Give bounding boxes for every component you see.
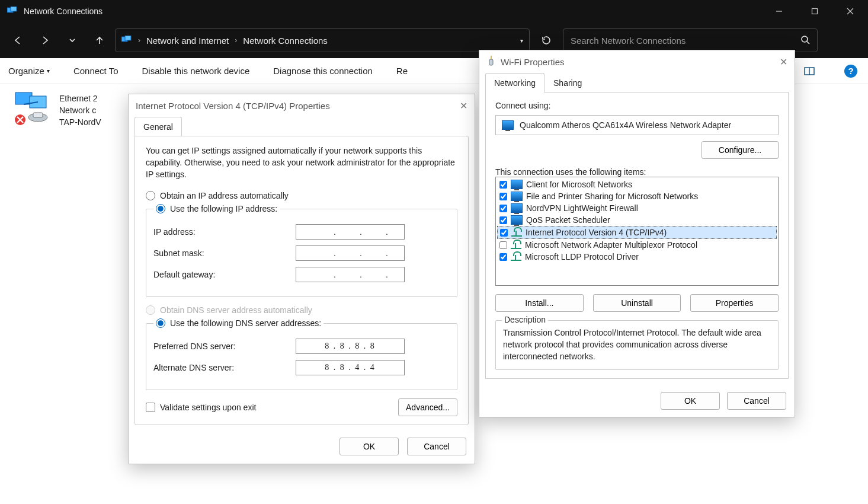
forward-button[interactable] bbox=[33, 28, 57, 52]
search-input[interactable]: Search Network Connections bbox=[563, 28, 818, 52]
app-icon bbox=[7, 7, 18, 17]
connection-item[interactable]: File and Printer Sharing for Microsoft N… bbox=[497, 190, 777, 202]
advanced-button[interactable]: Advanced... bbox=[398, 398, 457, 416]
wifi-properties-dialog: Wi-Fi Properties ✕ Networking Sharing Co… bbox=[479, 50, 795, 417]
radio-obtain-ip[interactable]: Obtain an IP address automatically bbox=[146, 191, 457, 200]
connection-item[interactable]: Internet Protocol Version 4 (TCP/IPv4) bbox=[497, 226, 777, 239]
protocol-icon bbox=[511, 241, 521, 249]
dialog-title: Wi-Fi Properties bbox=[501, 57, 565, 67]
item-checkbox[interactable] bbox=[499, 216, 507, 224]
checkbox-validate-exit[interactable]: Validate settings upon exit bbox=[146, 403, 256, 412]
minimize-button[interactable] bbox=[761, 0, 797, 23]
tab-general[interactable]: General bbox=[134, 117, 182, 136]
refresh-button[interactable] bbox=[533, 28, 559, 52]
label-pref-dns: Preferred DNS server: bbox=[153, 342, 284, 351]
connection-item[interactable]: QoS Packet Scheduler bbox=[497, 214, 777, 226]
uninstall-button[interactable]: Uninstall bbox=[593, 294, 681, 312]
connection-item[interactable]: Microsoft Network Adapter Multiplexor Pr… bbox=[497, 239, 777, 251]
cancel-button[interactable]: Cancel bbox=[407, 438, 466, 455]
item-checkbox[interactable] bbox=[499, 205, 507, 212]
svg-line-9 bbox=[807, 42, 809, 44]
close-icon[interactable]: ✕ bbox=[780, 56, 787, 68]
adapter-device: TAP-NordV bbox=[59, 116, 101, 128]
maximize-button[interactable] bbox=[797, 0, 832, 23]
tab-sharing[interactable]: Sharing bbox=[544, 73, 591, 92]
item-checkbox[interactable] bbox=[499, 181, 507, 189]
connection-item[interactable]: Microsoft LLDP Protocol Driver bbox=[497, 251, 777, 263]
radio-obtain-dns: Obtain DNS server address automatically bbox=[146, 305, 457, 315]
configure-button[interactable]: Configure... bbox=[702, 141, 779, 159]
adapter-name: Ethernet 2 bbox=[59, 92, 101, 104]
dialog-title: Internet Protocol Version 4 (TCP/IPv4) P… bbox=[136, 101, 330, 111]
cancel-button[interactable]: Cancel bbox=[727, 392, 786, 410]
svg-rect-20 bbox=[489, 59, 493, 65]
protocol-icon bbox=[511, 253, 521, 261]
adapter-name-box: Qualcomm Atheros QCA61x4A Wireless Netwo… bbox=[495, 115, 779, 135]
connection-items-list[interactable]: Client for Microsoft NetworksFile and Pr… bbox=[495, 177, 779, 286]
item-checkbox[interactable] bbox=[499, 253, 507, 261]
up-button[interactable] bbox=[88, 28, 111, 52]
search-placeholder: Search Network Connections bbox=[571, 36, 686, 46]
back-button[interactable] bbox=[6, 28, 30, 52]
rename-button-partial[interactable]: Re bbox=[396, 66, 408, 76]
label-items: This connection uses the following items… bbox=[495, 167, 779, 177]
svg-rect-3 bbox=[812, 9, 818, 14]
input-preferred-dns[interactable]: 8 . 8 . 8 . 8 bbox=[296, 339, 405, 354]
help-button[interactable]: ? bbox=[842, 62, 860, 80]
ok-button[interactable]: OK bbox=[661, 392, 720, 410]
input-ip-address[interactable]: ... bbox=[296, 224, 405, 240]
input-alternate-dns[interactable]: 8 . 8 . 4 . 4 bbox=[296, 360, 405, 375]
item-checkbox[interactable] bbox=[499, 241, 507, 249]
adapter-status: Network c bbox=[59, 104, 101, 116]
item-label: QoS Packet Scheduler bbox=[526, 215, 610, 225]
item-checkbox[interactable] bbox=[500, 229, 508, 237]
dialog-titlebar[interactable]: Internet Protocol Version 4 (TCP/IPv4) P… bbox=[129, 94, 475, 117]
wifi-icon bbox=[486, 56, 496, 68]
description-box: Description Transmission Control Protoco… bbox=[495, 320, 779, 370]
item-label: Microsoft Network Adapter Multiplexor Pr… bbox=[525, 240, 697, 250]
connect-to-button[interactable]: Connect To bbox=[73, 66, 118, 76]
radio-use-dns[interactable]: Use the following DNS server addresses: bbox=[153, 318, 324, 328]
connection-item[interactable]: Client for Microsoft Networks bbox=[497, 178, 777, 190]
description-text: You can get IP settings assigned automat… bbox=[146, 145, 457, 180]
adapter-label: Qualcomm Atheros QCA61x4A Wireless Netwo… bbox=[520, 120, 731, 130]
svg-rect-16 bbox=[33, 113, 43, 117]
item-checkbox[interactable] bbox=[499, 193, 507, 200]
diagnose-button[interactable]: Diagnose this connection bbox=[273, 66, 373, 76]
item-label: File and Printer Sharing for Microsoft N… bbox=[526, 192, 698, 201]
item-label: Internet Protocol Version 4 (TCP/IPv4) bbox=[526, 228, 667, 237]
connection-item[interactable]: NordVPN LightWeight Firewall bbox=[497, 202, 777, 214]
radio-use-ip[interactable]: Use the following IP address: bbox=[153, 204, 280, 213]
install-button[interactable]: Install... bbox=[495, 294, 584, 312]
close-button[interactable] bbox=[832, 0, 868, 23]
chevron-right-icon: › bbox=[235, 36, 237, 44]
chevron-down-icon[interactable]: ▾ bbox=[520, 37, 523, 44]
label-alt-dns: Alternate DNS server: bbox=[153, 363, 284, 372]
close-icon[interactable]: ✕ bbox=[460, 100, 467, 111]
svg-rect-7 bbox=[125, 36, 131, 40]
breadcrumb-segment[interactable]: Network Connections bbox=[243, 36, 328, 46]
window-titlebar: Network Connections bbox=[0, 0, 868, 23]
adapter-icon bbox=[12, 90, 53, 128]
input-subnet-mask[interactable]: ... bbox=[296, 245, 405, 261]
input-default-gateway[interactable]: ... bbox=[296, 267, 405, 282]
description-title: Description bbox=[502, 315, 548, 324]
chevron-down-icon: ▾ bbox=[47, 68, 50, 74]
tab-networking[interactable]: Networking bbox=[485, 73, 544, 92]
client-icon bbox=[511, 180, 523, 189]
dialog-titlebar[interactable]: Wi-Fi Properties ✕ bbox=[479, 50, 795, 73]
client-icon bbox=[511, 203, 523, 213]
svg-point-8 bbox=[802, 36, 808, 42]
ok-button[interactable]: OK bbox=[339, 438, 399, 455]
recent-locations-button[interactable] bbox=[60, 28, 84, 52]
svg-rect-1 bbox=[11, 7, 17, 11]
organize-menu[interactable]: Organize ▾ bbox=[8, 66, 50, 76]
address-bar[interactable]: › Network and Internet › Network Connect… bbox=[115, 28, 530, 52]
breadcrumb-segment[interactable]: Network and Internet bbox=[146, 36, 229, 46]
item-label: Microsoft LLDP Protocol Driver bbox=[525, 252, 639, 261]
disable-device-button[interactable]: Disable this network device bbox=[142, 66, 249, 76]
label-gateway: Default gateway: bbox=[153, 270, 284, 279]
properties-button[interactable]: Properties bbox=[690, 294, 779, 312]
view-options-button[interactable] bbox=[800, 62, 818, 80]
ipv4-properties-dialog: Internet Protocol Version 4 (TCP/IPv4) P… bbox=[128, 94, 475, 464]
